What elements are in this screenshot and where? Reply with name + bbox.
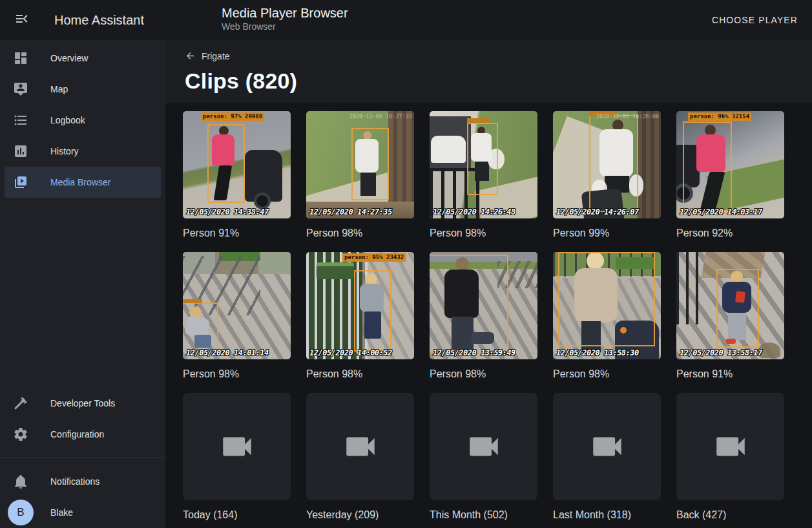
clip-label: Person 99% [553,227,661,239]
user-name: Blake [50,507,73,518]
clip-item: 12/05/2020 13:58:30 Person 98% [553,252,661,380]
clip-item: 12/05/2020 13:58:17 Person 91% [676,252,784,380]
folder-label: Last Month (318) [553,509,661,521]
timestamp-overlay: 12/05/2020 13:58:30 [556,348,639,357]
detection-chip: person: 97% 29988 [201,112,264,121]
folder-last-month[interactable] [553,393,661,500]
page-title: Clips (820) [185,69,796,94]
folder-item: Yesterday (209) [306,393,414,521]
detection-box [467,123,498,195]
clip-item: 12/05/2020 14:26:48 Person 98% [430,111,537,239]
videocam-icon [218,428,256,465]
clip-thumbnail[interactable]: 12/05/2020 13:58:17 [676,252,784,359]
folder-yesterday[interactable] [306,393,414,500]
detection-box [716,269,759,348]
sidebar-item-configuration[interactable]: Configuration [5,419,161,450]
sidebar-item-notifications[interactable]: Notifications [5,466,161,497]
tooltip-account-icon [13,81,28,97]
media-browser-header: Frigate Clips (820) [165,40,812,103]
sidebar-item-map[interactable]: Map [5,74,161,105]
folder-label: Back (427) [676,509,784,521]
clip-item: person: 97% 29988 12/05/2020 14:38:47 Pe… [183,111,291,239]
clip-thumbnail[interactable]: person: 95% 23432 12/05/2020 14:00:52 [306,252,414,359]
timestamp-overlay: 12/05/2020 13:59:49 [433,348,515,357]
clip-label: Person 98% [306,368,414,380]
app-title: Home Assistant [54,13,144,28]
sidebar-item-label: Overview [50,53,88,63]
cog-icon [13,427,28,442]
sidebar-item-history[interactable]: History [5,136,161,167]
sidebar-item-label: Notifications [50,476,99,487]
folder-item: Back (427) [676,393,784,521]
clip-thumbnail[interactable]: person: 97% 29988 12/05/2020 14:38:47 [183,111,291,218]
detection-box [354,270,391,352]
media-grid: person: 97% 29988 12/05/2020 14:38:47 Pe… [165,103,812,528]
timestamp-overlay: 12/05/2020 14:03:17 [680,207,762,216]
sidebar-item-label: Map [50,84,68,94]
clip-thumbnail[interactable]: 12/05/2020 13:58:30 [553,252,661,359]
sidebar-item-user-profile[interactable]: B Blake [5,497,161,528]
camera-timestamp: 2020-12-05 16:26:06 [596,113,659,120]
detection-chip: person: 95% 23432 [342,253,406,262]
clip-thumbnail[interactable]: 12/05/2020 13:59:49 [430,252,537,359]
clip-item: person: 96% 32154 12/05/2020 14:03:17 Pe… [676,111,784,239]
timestamp-overlay: 12/05/2020 14:26:07 [556,207,639,216]
detection-chip: person: 96% 32154 [688,112,751,121]
menu-open-icon [14,11,30,29]
detection-box [683,121,732,213]
detection-box [430,255,508,354]
clip-label: Person 91% [676,368,784,380]
folder-label: Today (164) [183,509,291,521]
timestamp-overlay: 12/05/2020 14:26:48 [433,207,515,216]
sidebar-toggle-button[interactable] [6,5,37,36]
format-list-bulleted-icon [13,112,28,128]
clip-item: 2020-12-05 16:26:06 12/05/2020 14:26:07 … [553,111,661,239]
timestamp-overlay: 12/05/2020 14:00:52 [309,348,392,357]
sidebar-item-label: History [50,146,79,156]
detection-box [183,302,218,354]
folder-today[interactable] [183,393,291,500]
clip-item: 12/05/2020 13:59:49 Person 98% [430,252,537,380]
clip-item: 12/05/2020 14:01:14 Person 98% [183,252,291,380]
folder-back[interactable] [676,393,784,500]
clip-thumbnail[interactable]: 2020-12-05 16:26:06 12/05/2020 14:26:07 [553,111,661,218]
clip-label: Person 98% [430,368,537,380]
view-dashboard-icon [13,50,28,66]
timestamp-overlay: 12/05/2020 14:38:47 [186,207,269,216]
clip-label: Person 98% [183,368,291,380]
timestamp-overlay: 12/05/2020 14:01:14 [186,348,269,357]
clip-thumbnail[interactable]: person: 96% 32154 12/05/2020 14:03:17 [676,111,784,218]
breadcrumb-back[interactable]: Frigate [185,50,230,61]
panel-title: Media Player Browser [222,5,348,21]
play-box-multiple-icon [13,174,28,190]
folder-item: Last Month (318) [553,393,661,521]
sidebar-item-label: Developer Tools [50,398,115,408]
folder-item: This Month (502) [430,393,537,521]
detection-chip [183,299,202,303]
clip-thumbnail[interactable]: 12/05/2020 14:26:48 [430,111,537,218]
clip-thumbnail[interactable]: 2020-12-05 16:27:35 12/05/2020 14:27:35 [306,111,414,218]
clip-thumbnail[interactable]: 12/05/2020 14:01:14 [183,252,291,359]
panel-subtitle: Web Browser [222,21,348,32]
clip-label: Person 91% [183,227,291,239]
arrow-left-icon [185,50,196,61]
bell-icon [13,474,28,489]
sidebar: Overview Map Logbook History Media Brows… [0,40,165,528]
folder-item: Today (164) [183,393,291,521]
choose-player-button[interactable]: CHOOSE PLAYER [708,10,802,30]
sidebar-item-developer-tools[interactable]: Developer Tools [5,388,161,419]
breadcrumb-label: Frigate [202,51,230,61]
folder-label: This Month (502) [430,509,537,521]
folder-this-month[interactable] [430,393,537,500]
hammer-icon [13,396,28,411]
app-header: Home Assistant Media Player Browser Web … [0,0,812,40]
sidebar-item-label: Configuration [50,429,104,439]
timestamp-overlay: 12/05/2020 14:27:35 [309,207,392,216]
detection-box [351,128,389,200]
sidebar-item-overview[interactable]: Overview [5,43,161,74]
detection-box [558,252,655,346]
clip-label: Person 92% [676,227,784,239]
sidebar-item-logbook[interactable]: Logbook [5,105,161,136]
sidebar-item-media-browser[interactable]: Media Browser [5,167,161,198]
sidebar-item-label: Media Browser [50,177,110,187]
